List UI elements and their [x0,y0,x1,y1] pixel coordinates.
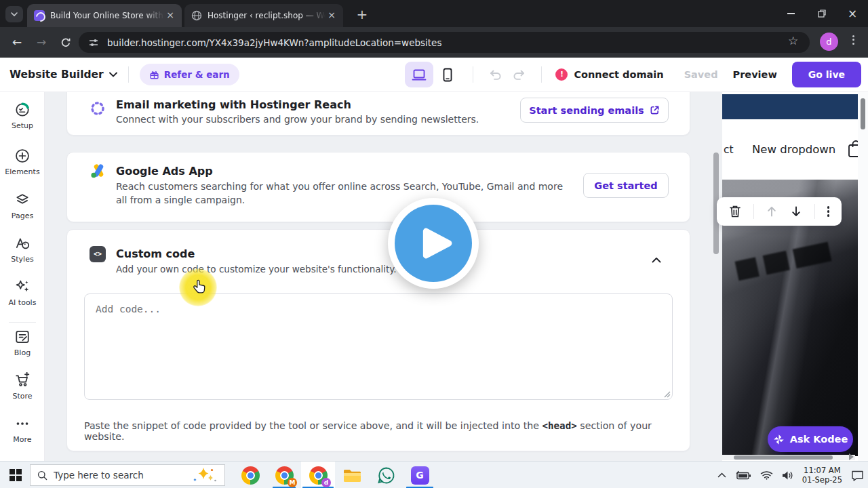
copilot-sparkle-icon[interactable] [189,466,218,484]
battery-icon[interactable] [735,470,751,480]
scroll-right-arrow[interactable] [849,453,854,460]
sidebar-item-pages[interactable]: Pages [0,192,45,230]
tab-favicon-globe-icon [191,10,202,21]
play-triangle-icon [418,224,456,262]
video-play-button[interactable] [388,198,479,289]
taskbar-chrome-profile-d-icon[interactable]: d [301,462,335,488]
collapse-section-button[interactable] [647,251,666,268]
get-started-button[interactable]: Get started [583,173,669,198]
window-restore-button[interactable] [806,0,837,27]
desktop-view-button[interactable] [405,62,433,87]
clock-date: 01-Sep-25 [802,475,842,485]
store-cart-icon [14,372,31,388]
start-button[interactable] [9,469,22,481]
shopping-bag-icon[interactable] [847,140,858,159]
custom-code-input[interactable] [84,293,673,400]
redo-icon [512,69,526,81]
site-settings-icon[interactable] [88,37,99,48]
window-minimize-button[interactable] [775,0,806,27]
site-preview: ct New dropdown [722,92,858,461]
preview-hscrollbar-thumb[interactable] [734,455,833,460]
taskbar-whatsapp-icon[interactable] [369,462,403,488]
tab-search-button[interactable] [5,6,23,22]
taskbar-file-explorer-icon[interactable] [335,462,369,488]
preview-nav-new-dropdown[interactable]: New dropdown [752,143,835,156]
sidebar-item-ai-tools[interactable]: AI tools [0,279,45,317]
ask-kodee-button[interactable]: Ask Kodee [768,426,853,452]
taskbar-chrome-icon[interactable] [233,462,267,488]
window-close-button[interactable]: × [837,0,868,27]
custom-code-description: Add your own code to customize your webs… [116,264,397,274]
taskbar-chrome-profile-m-icon[interactable]: M [267,462,301,488]
layers-icon [14,192,31,208]
resize-grip-icon[interactable] [664,391,671,398]
taskbar-clock[interactable]: 11:07 AM 01-Sep-25 [802,466,842,485]
page-scrollbar-thumb[interactable] [861,98,865,129]
redo-button[interactable] [507,63,530,86]
sidebar-item-store[interactable]: Store [0,372,45,410]
mouse-cursor-icon [192,279,207,296]
plus-circle-icon [14,148,31,164]
taskbar-g-app-icon[interactable]: G [403,462,437,488]
blog-document-icon [14,329,31,345]
preview-announcement-bar[interactable] [722,94,858,119]
divider [814,204,815,219]
alert-badge: ! [555,68,568,81]
preview-nav-clipped-item[interactable]: ct [724,144,734,156]
tab-close-icon[interactable]: × [164,9,176,22]
search-input[interactable] [54,470,183,481]
delete-icon[interactable] [729,205,741,218]
clock-time: 11:07 AM [802,466,842,475]
browser-menu-icon[interactable] [849,33,857,46]
taskbar-search[interactable] [30,464,225,486]
saved-status: Saved [684,69,718,80]
back-icon[interactable]: ← [8,34,26,52]
setup-progress-icon [14,102,31,118]
ask-kodee-label: Ask Kodee [790,434,848,445]
page-scrollbar-gutter [858,92,868,461]
styles-palette-icon [14,235,31,251]
mobile-view-button[interactable] [433,62,462,87]
laptop-icon [412,68,427,81]
sidebar-item-setup[interactable]: Setup [0,102,45,140]
gift-icon [149,70,159,80]
website-builder-menu[interactable]: Website Builder [9,68,117,81]
reload-icon[interactable] [57,34,75,52]
volume-icon[interactable] [782,470,793,481]
notification-center-icon[interactable] [851,470,864,481]
email-card-title: Email marketing with Hostinger Reach [116,98,351,111]
custom-code-title: Custom code [116,247,195,260]
undo-icon [489,69,502,81]
address-bar[interactable]: builder.hostinger.com/YX4x39a2jyHw4KWn?a… [79,32,810,53]
tray-expand-chevron-icon[interactable] [717,472,726,478]
preview-button[interactable]: Preview [733,69,777,80]
element-more-options-icon[interactable] [827,205,830,219]
move-down-icon[interactable] [790,205,802,218]
new-tab-button[interactable]: + [354,7,370,23]
undo-button[interactable] [484,63,507,86]
wifi-icon[interactable] [760,470,773,480]
sidebar-item-styles[interactable]: Styles [0,235,45,273]
sidebar-item-elements[interactable]: Elements [0,148,45,186]
move-up-icon[interactable] [766,205,778,218]
custom-code-card: <> Custom code Add your own code to cust… [66,229,690,451]
bookmark-star-icon[interactable]: ☆ [788,34,798,47]
go-live-button[interactable]: Go live [792,62,861,87]
divider [473,66,473,83]
profile-avatar[interactable]: d [820,33,838,51]
sidebar-item-blog[interactable]: Blog [0,329,45,367]
tab-close-icon[interactable]: × [326,9,338,22]
sidebar-item-more[interactable]: More [0,415,45,453]
browser-tab-active[interactable]: Build Your Online Store with Mu × [27,4,182,27]
builder-sidebar: Setup Elements Pages Styles AI tools [0,92,45,461]
more-dots-icon [14,415,31,432]
start-sending-emails-button[interactable]: Start sending emails [520,98,669,123]
reach-burst-icon [89,100,106,117]
browser-tab-inactive[interactable]: Hostinger ‹ reclipt.shop — Wor × [184,4,343,27]
builder-title: Website Builder [9,68,104,81]
refer-earn-button[interactable]: Refer & earn [140,64,239,85]
connect-domain-button[interactable]: ! Connect domain [555,68,663,81]
forward-icon[interactable]: → [33,34,50,52]
connect-domain-label: Connect domain [574,69,663,80]
tab-title: Hostinger ‹ reclipt.shop — Wor [208,11,326,20]
